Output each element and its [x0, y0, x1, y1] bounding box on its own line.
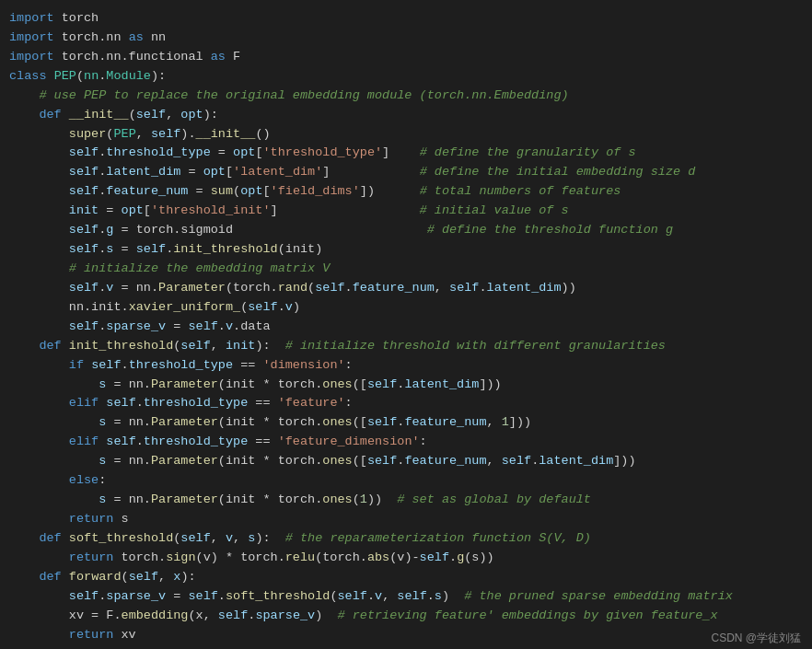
line-7: # use PEP to replace the original embedd… — [9, 87, 797, 106]
line-13: init = opt['threshold_init'] # initial v… — [9, 202, 797, 221]
code-container: import torch import torch.nn as nn impor… — [0, 0, 812, 649]
line-8: def __init__(self, opt): — [9, 106, 797, 125]
line-37: self.sparse_v = self.soft_threshold(self… — [9, 587, 797, 607]
line-9: super(PEP, self).__init__() — [9, 125, 797, 145]
line-12: self.feature_num = sum(opt['field_dims']… — [9, 182, 797, 202]
line-24: s = nn.Parameter(init * torch.ones([self… — [9, 376, 797, 395]
line-23: if self.threshold_type == 'dimension': — [9, 356, 797, 376]
line-11: self.latent_dim = opt['latent_dim'] # de… — [9, 163, 797, 182]
line-6: class PEP(nn.Module): — [9, 67, 797, 87]
line-18: self.v = nn.Parameter(torch.rand(self.fe… — [9, 279, 797, 298]
line-28: s = nn.Parameter(init * torch.ones([self… — [9, 452, 797, 471]
line-10: self.threshold_type = opt['threshold_typ… — [9, 144, 797, 163]
line-20: self.sparse_v = self.v.data — [9, 318, 797, 337]
line-22: def init_threshold(self, init): # initia… — [9, 337, 797, 356]
line-3: import torch.nn.functional as F — [9, 48, 797, 67]
line-36: def forward(self, x): — [9, 568, 797, 587]
line-30: s = nn.Parameter(init * torch.ones(1)) #… — [9, 491, 797, 510]
line-39: return xv — [9, 626, 797, 645]
line-38: xv = F.embedding(x, self.sparse_v) # ret… — [9, 607, 797, 626]
line-15: self.s = self.init_threshold(init) — [9, 240, 797, 260]
line-14: self.g = torch.sigmoid # define the thre… — [9, 221, 797, 240]
line-19: nn.init.xavier_uniform_(self.v) — [9, 298, 797, 318]
line-17: # initialize the embedding matrix V — [9, 260, 797, 279]
line-25: elif self.threshold_type == 'feature': — [9, 394, 797, 413]
line-29: else: — [9, 471, 797, 491]
watermark: CSDN @学徒刘猛 — [711, 630, 801, 647]
line-26: s = nn.Parameter(init * torch.ones([self… — [9, 413, 797, 433]
line-31: return s — [9, 510, 797, 529]
line-1: import torch — [9, 9, 797, 29]
line-33: def soft_threshold(self, v, s): # the re… — [9, 529, 797, 549]
line-27: elif self.threshold_type == 'feature_dim… — [9, 433, 797, 452]
line-2: import torch.nn as nn — [9, 29, 797, 48]
line-34: return torch.sign(v) * torch.relu(torch.… — [9, 549, 797, 568]
